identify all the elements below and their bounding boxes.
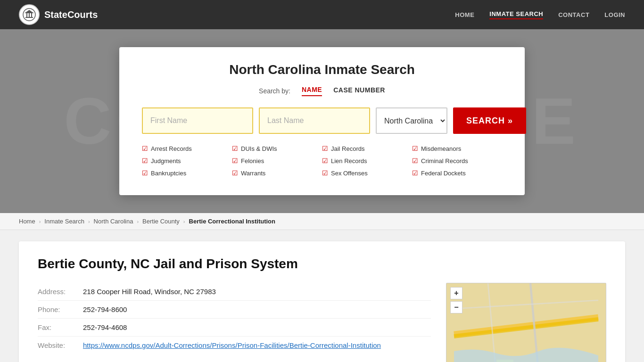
feature-arrest-records: ☑ Arrest Records: [142, 143, 232, 154]
phone-label: Phone:: [38, 305, 75, 313]
first-name-input[interactable]: [142, 107, 253, 134]
search-card-title: North Carolina Inmate Search: [142, 62, 502, 77]
info-row-address: Address: 218 Cooper Hill Road, Windsor, …: [38, 283, 431, 301]
map-container: + −: [446, 283, 606, 362]
features-grid: ☑ Arrest Records ☑ DUIs & DWIs ☑ Jail Re…: [142, 143, 502, 178]
svg-rect-1: [25, 17, 33, 18]
check-icon: ☑: [412, 169, 418, 177]
breadcrumb: Home › Inmate Search › North Carolina › …: [0, 213, 644, 230]
fax-label: Fax:: [38, 323, 75, 331]
search-card: North Carolina Inmate Search Search by: …: [119, 47, 525, 195]
feature-label: Judgments: [151, 157, 181, 165]
address-value: 218 Cooper Hill Road, Windsor, NC 27983: [83, 288, 216, 296]
last-name-input[interactable]: [259, 107, 370, 134]
feature-label: DUIs & DWIs: [241, 145, 277, 152]
info-table: Address: 218 Cooper Hill Road, Windsor, …: [38, 283, 431, 362]
check-icon: ☑: [322, 145, 328, 152]
feature-label: Federal Dockets: [421, 170, 466, 177]
svg-marker-5: [25, 10, 34, 13]
breadcrumb-sep-1: ›: [39, 219, 41, 224]
search-by-row: Search by: NAME CASE NUMBER: [142, 86, 502, 96]
check-icon: ☑: [412, 157, 418, 165]
feature-label: Warrants: [241, 170, 265, 177]
check-icon: ☑: [232, 145, 238, 152]
check-icon: ☑: [142, 157, 148, 165]
info-section: Address: 218 Cooper Hill Road, Windsor, …: [38, 283, 606, 362]
feature-label: Misdemeanors: [421, 145, 461, 152]
website-link[interactable]: https://www.ncdps.gov/Adult-Corrections/…: [83, 341, 381, 349]
feature-label: Lien Records: [331, 157, 367, 165]
tab-name[interactable]: NAME: [302, 86, 322, 96]
feature-felonies: ☑ Felonies: [232, 156, 322, 166]
breadcrumb-sep-2: ›: [88, 219, 90, 224]
svg-rect-12: [496, 360, 513, 362]
svg-rect-3: [29, 13, 30, 17]
feature-label: Jail Records: [331, 145, 365, 152]
tab-case-number[interactable]: CASE NUMBER: [333, 86, 385, 96]
map-zoom-in-button[interactable]: +: [450, 287, 462, 299]
breadcrumb-sep-3: ›: [137, 219, 139, 224]
state-select[interactable]: North Carolina Alabama Alaska Arizona Ar…: [376, 107, 447, 134]
page-title: Bertie County, NC Jail and Prison System: [38, 256, 606, 272]
feature-criminal-records: ☑ Criminal Records: [412, 156, 502, 166]
check-icon: ☑: [232, 157, 238, 165]
website-label: Website:: [38, 341, 75, 349]
logo-icon: [19, 4, 40, 25]
feature-misdemeanors: ☑ Misdemeanors: [412, 143, 502, 154]
nav-home[interactable]: HOME: [455, 11, 474, 18]
main-content: Bertie County, NC Jail and Prison System…: [0, 230, 644, 362]
feature-label: Criminal Records: [421, 157, 468, 165]
breadcrumb-current: Bertie Correctional Institution: [189, 218, 275, 225]
feature-federal-dockets: ☑ Federal Dockets: [412, 168, 502, 178]
nav-login[interactable]: LOGIN: [604, 11, 625, 18]
nav-contact[interactable]: CONTACT: [558, 11, 589, 18]
feature-judgments: ☑ Judgments: [142, 156, 232, 166]
address-label: Address:: [38, 288, 75, 296]
logo-area[interactable]: StateCourts: [19, 4, 98, 25]
info-row-fax: Fax: 252-794-4608: [38, 319, 431, 337]
search-inputs-row: North Carolina Alabama Alaska Arizona Ar…: [142, 107, 502, 134]
breadcrumb-home[interactable]: Home: [19, 218, 35, 225]
fax-value: 252-794-4608: [83, 323, 127, 331]
feature-warrants: ☑ Warrants: [232, 168, 322, 178]
search-button[interactable]: SEARCH »: [453, 107, 526, 134]
check-icon: ☑: [142, 145, 148, 152]
breadcrumb-inmate-search[interactable]: Inmate Search: [44, 218, 84, 225]
feature-sex-offenses: ☑ Sex Offenses: [322, 168, 412, 178]
main-nav: HOME INMATE SEARCH CONTACT LOGIN: [455, 10, 625, 19]
feature-label: Sex Offenses: [331, 170, 368, 177]
nav-inmate-search[interactable]: INMATE SEARCH: [489, 10, 543, 19]
check-icon: ☑: [142, 169, 148, 177]
feature-duis: ☑ DUIs & DWIs: [232, 143, 322, 154]
map-zoom-out-button[interactable]: −: [450, 301, 462, 313]
breadcrumb-bertie-county[interactable]: Bertie County: [142, 218, 180, 225]
check-icon: ☑: [412, 145, 418, 152]
check-icon: ☑: [322, 169, 328, 177]
feature-lien-records: ☑ Lien Records: [322, 156, 412, 166]
feature-bankruptcies: ☑ Bankruptcies: [142, 168, 232, 178]
breadcrumb-sep-4: ›: [183, 219, 185, 224]
check-icon: ☑: [232, 169, 238, 177]
logo-text: StateCourts: [44, 9, 98, 20]
feature-jail-records: ☑ Jail Records: [322, 143, 412, 154]
info-row-phone: Phone: 252-794-8600: [38, 301, 431, 319]
feature-label: Felonies: [241, 157, 264, 165]
svg-rect-2: [26, 13, 27, 17]
breadcrumb-nc[interactable]: North Carolina: [94, 218, 133, 225]
search-by-label: Search by:: [259, 87, 290, 95]
svg-rect-4: [31, 13, 32, 17]
feature-label: Arrest Records: [151, 145, 192, 152]
content-card: Bertie County, NC Jail and Prison System…: [19, 241, 625, 362]
phone-value: 252-794-8600: [83, 305, 127, 313]
feature-label: Bankruptcies: [151, 170, 186, 177]
site-header: StateCourts HOME INMATE SEARCH CONTACT L…: [0, 0, 644, 29]
info-row-website: Website: https://www.ncdps.gov/Adult-Cor…: [38, 337, 431, 354]
check-icon: ☑: [322, 157, 328, 165]
hero-section: COURTHOUSE North Carolina Inmate Search …: [0, 29, 644, 213]
